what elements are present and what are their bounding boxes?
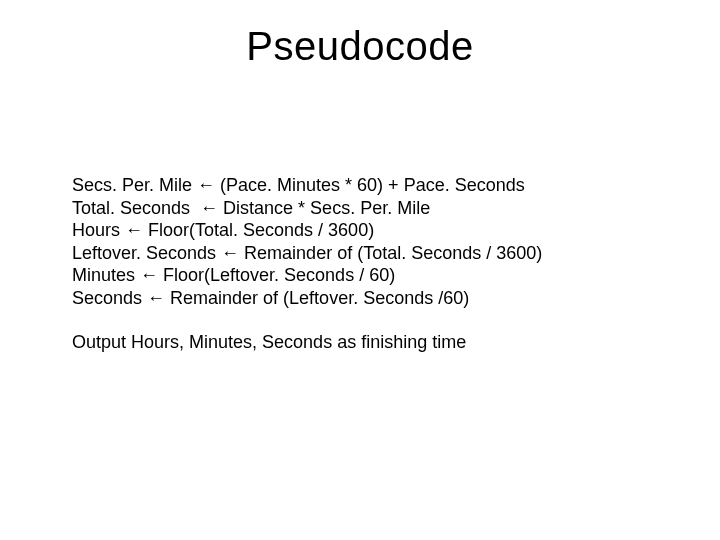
slide: Pseudocode Secs. Per. Mile ← (Pace. Minu… xyxy=(0,0,720,540)
output-line: Output Hours, Minutes, Seconds as finish… xyxy=(72,331,652,354)
pseudocode-line: Total. Seconds ← Distance * Secs. Per. M… xyxy=(72,197,652,220)
slide-body: Secs. Per. Mile ← (Pace. Minutes * 60) +… xyxy=(72,174,652,354)
pseudocode-line: Leftover. Seconds ← Remainder of (Total.… xyxy=(72,242,652,265)
pseudocode-line: Hours ← Floor(Total. Seconds / 3600) xyxy=(72,219,652,242)
spacer xyxy=(72,309,652,331)
pseudocode-line: Minutes ← Floor(Leftover. Seconds / 60) xyxy=(72,264,652,287)
pseudocode-line: Secs. Per. Mile ← (Pace. Minutes * 60) +… xyxy=(72,174,652,197)
pseudocode-line: Seconds ← Remainder of (Leftover. Second… xyxy=(72,287,652,310)
slide-title: Pseudocode xyxy=(0,24,720,69)
